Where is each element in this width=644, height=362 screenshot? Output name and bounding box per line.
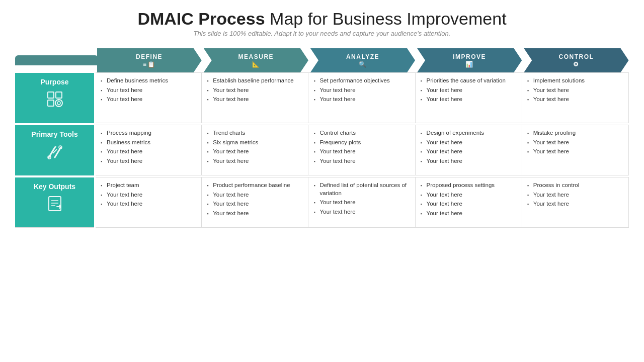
- phase-measure: MEASURE 📐: [202, 48, 308, 73]
- steps-header: [15, 48, 95, 73]
- phase-control: CONTROL ⚙: [522, 48, 628, 73]
- cell-r2-c4: Process in controlYour text hereYour tex…: [522, 177, 628, 228]
- cell-r0-c4: Implement solutionsYour text hereYour te…: [522, 73, 628, 123]
- list-item: Your text here: [101, 96, 197, 104]
- list-item: Your text here: [313, 199, 411, 207]
- list-item: Your text here: [527, 148, 624, 156]
- dmaic-table: DEFINE ≡📋 MEASURE 📐: [15, 48, 629, 228]
- row-purpose: Purpose Define business metricsYour text…: [15, 73, 629, 123]
- list-item: Your text here: [313, 86, 411, 95]
- phase-measure-icon: 📐: [252, 61, 261, 68]
- row-primary-tools: Primary Tools Process mappingBusiness me…: [15, 125, 629, 175]
- cell-r1-c1: Trend chartsSix sigma metricsYour text h…: [202, 125, 308, 175]
- row-header-1: Primary Tools: [15, 125, 95, 175]
- list-item: Your text here: [527, 191, 624, 199]
- row-key-outputs: Key Outputs Project teamYour text hereYo…: [15, 177, 629, 228]
- main-title: DMAIC Process Map for Business Improveme…: [137, 9, 506, 29]
- cell-r2-c2: Defined list of potential sources of var…: [308, 177, 415, 228]
- title-rest: Map for Business Improvement: [265, 9, 507, 28]
- list-item: Mistake proofing: [527, 129, 624, 137]
- svg-point-3: [55, 100, 62, 107]
- list-item: Design of experiments: [421, 129, 518, 137]
- list-item: Proposed process settings: [421, 182, 518, 190]
- phase-define: DEFINE ≡📋: [95, 48, 202, 73]
- header-row: DEFINE ≡📋 MEASURE 📐: [15, 48, 629, 73]
- cell-r1-c4: Mistake proofingYour text hereYour text …: [522, 125, 628, 175]
- row-header-0: Purpose: [15, 73, 95, 123]
- list-item: Process mapping: [101, 129, 197, 137]
- phase-improve-icon: 📊: [465, 61, 474, 68]
- list-item: Your text here: [207, 86, 304, 95]
- list-item: Your text here: [101, 191, 197, 199]
- cell-r0-c3: Priorities the cause of variationYour te…: [415, 73, 522, 123]
- list-item: Your text here: [421, 139, 518, 147]
- phase-improve-label: IMPROVE: [453, 53, 486, 60]
- list-item: Your text here: [527, 139, 624, 147]
- list-item: Your text here: [313, 157, 411, 165]
- list-item: Your text here: [527, 200, 624, 208]
- list-item: Your text here: [421, 200, 518, 208]
- list-item: Your text here: [207, 157, 304, 165]
- cell-r1-c2: Control chartsFrequency plotsYour text h…: [308, 125, 415, 175]
- list-item: Trend charts: [207, 129, 304, 137]
- phase-improve: IMPROVE 📊: [415, 48, 522, 73]
- cell-r2-c1: Product performance baselineYour text he…: [202, 177, 308, 228]
- list-item: Control charts: [313, 129, 411, 137]
- list-item: Your text here: [421, 157, 518, 165]
- row-header-2: Key Outputs: [15, 177, 95, 228]
- list-item: Your text here: [313, 96, 411, 104]
- list-item: Define business metrics: [101, 77, 197, 85]
- svg-rect-1: [48, 100, 54, 106]
- cell-r0-c1: Establish baseline performanceYour text …: [202, 73, 308, 123]
- svg-rect-2: [56, 92, 62, 98]
- cell-r0-c0: Define business metricsYour text hereYou…: [95, 73, 202, 123]
- cell-r2-c0: Project teamYour text hereYour text here: [95, 177, 202, 228]
- list-item: Your text here: [313, 148, 411, 156]
- list-item: Set performance objectives: [313, 77, 411, 85]
- list-item: Your text here: [101, 157, 197, 165]
- subtitle: This slide is 100% editable. Adapt it to…: [137, 30, 506, 37]
- list-item: Your text here: [421, 210, 518, 218]
- list-item: Project team: [101, 182, 197, 190]
- list-item: Priorities the cause of variation: [421, 77, 518, 85]
- list-item: Frequency plots: [313, 139, 411, 147]
- list-item: Your text here: [527, 96, 624, 104]
- title-bold: DMAIC Process: [137, 9, 265, 28]
- list-item: Your text here: [207, 191, 304, 199]
- list-item: Your text here: [101, 86, 197, 95]
- phase-define-icon: ≡📋: [143, 61, 155, 68]
- cell-r0-c2: Set performance objectivesYour text here…: [308, 73, 415, 123]
- list-item: Your text here: [421, 96, 518, 104]
- list-item: Product performance baseline: [207, 182, 304, 190]
- list-item: Your text here: [421, 86, 518, 95]
- svg-rect-0: [48, 92, 54, 98]
- svg-point-4: [57, 102, 60, 105]
- list-item: Your text here: [421, 148, 518, 156]
- list-item: Your text here: [207, 210, 304, 218]
- phase-control-icon: ⚙: [573, 61, 580, 68]
- list-item: Your text here: [101, 200, 197, 208]
- cell-r2-c3: Proposed process settingsYour text hereY…: [415, 177, 522, 228]
- list-item: Business metrics: [101, 139, 197, 147]
- list-item: Your text here: [527, 86, 624, 95]
- list-item: Establish baseline performance: [207, 77, 304, 85]
- list-item: Your text here: [207, 96, 304, 104]
- table-wrap: DEFINE ≡📋 MEASURE 📐: [15, 48, 629, 355]
- phase-control-label: CONTROL: [558, 53, 594, 60]
- list-item: Implement solutions: [527, 77, 624, 85]
- cell-r1-c3: Design of experimentsYour text hereYour …: [415, 125, 522, 175]
- page: DMAIC Process Map for Business Improveme…: [0, 0, 644, 362]
- phase-analyze: ANALYZE 🔍: [308, 48, 415, 73]
- list-item: Process in control: [527, 182, 624, 190]
- list-item: Defined list of potential sources of var…: [313, 182, 411, 197]
- list-item: Six sigma metrics: [207, 139, 304, 147]
- list-item: Your text here: [313, 208, 411, 216]
- list-item: Your text here: [207, 148, 304, 156]
- phase-measure-label: MEASURE: [238, 53, 274, 60]
- list-item: Your text here: [207, 200, 304, 208]
- phase-analyze-label: ANALYZE: [346, 53, 379, 60]
- list-item: Your text here: [101, 148, 197, 156]
- cell-r1-c0: Process mappingBusiness metricsYour text…: [95, 125, 202, 175]
- phase-analyze-icon: 🔍: [359, 61, 367, 68]
- list-item: Your text here: [421, 191, 518, 199]
